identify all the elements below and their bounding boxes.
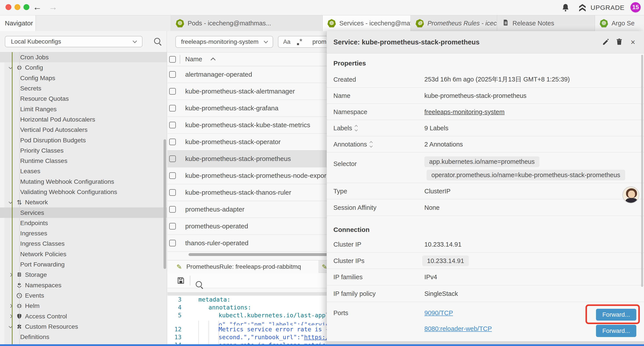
sidebar-item-limit-ranges[interactable]: Limit Ranges [0,104,167,114]
selector-chip: operator.prometheus.io/name=kube-prometh… [426,170,625,180]
sidebar-section-storage[interactable]: Storage [0,270,167,280]
sidebar-section-namespaces[interactable]: Namespaces [0,280,167,290]
sidebar-section-helm[interactable]: Helm [0,301,167,311]
code-line: annotations: [208,304,251,311]
sidebar-item-ingress-classes[interactable]: Ingress Classes [0,239,167,249]
sidebar-item-priority-classes[interactable]: Priority Classes [0,145,167,156]
sidebar-item-port-forwarding[interactable]: Port Forwarding [0,259,167,270]
sidebar-item-cron-jobs[interactable]: Cron Jobs [0,52,167,62]
drawer-scrollbar[interactable] [641,55,643,287]
avatar[interactable] [622,186,640,203]
row-checkbox[interactable] [169,172,176,179]
save-icon[interactable] [177,276,185,285]
chevron-down-icon[interactable] [9,200,12,204]
drawer-bottom-strip [327,341,644,344]
shield-icon [16,313,23,320]
sidebar-item-runtime-classes[interactable]: Runtime Classes [0,156,167,166]
kubeconfig-selector[interactable]: Local Kubeconfigs [5,36,142,47]
back-arrow-icon[interactable]: ← [33,2,42,12]
chevron-right-icon[interactable] [9,304,12,308]
row-checkbox[interactable] [169,223,176,230]
sidebar-item-horizontal-pod-autoscalers[interactable]: Horizontal Pod Autoscalers [0,114,167,125]
row-checkbox[interactable] [169,155,176,162]
kubernetes-icon: ☸ [328,19,336,27]
horizontal-scrollbar[interactable] [188,253,342,256]
expand-toggle-icon[interactable] [355,125,357,131]
row-checkbox[interactable] [169,240,176,246]
sidebar-item-services[interactable]: Services [0,207,167,218]
property-row-selector: Selector app.kubernetes.io/name=promethe… [327,152,644,183]
tab-argo[interactable]: ☸ Argo Se [595,15,644,31]
sidebar-scrollbar[interactable] [164,139,166,269]
row-checkbox[interactable] [169,88,176,95]
chevron-down-icon[interactable] [9,324,12,328]
tab-prometheus-rules[interactable]: ☸ Prometheus Rules - icecheng... [411,15,497,31]
window-titlebar: ← → UPGRADE 15 [0,0,644,15]
window-minimize-button[interactable] [14,4,20,10]
sidebar-item-ingresses[interactable]: Ingresses [0,228,167,239]
sidebar-item-secrets[interactable]: Secrets [0,83,167,93]
sidebar-search-button[interactable] [154,37,162,46]
delete-trash-icon[interactable] [615,38,623,47]
port-link-9090[interactable]: 9090/TCP [424,310,453,317]
name-column-header[interactable]: Name [185,56,202,63]
tab-navigator[interactable]: Navigator [0,15,36,31]
sidebar-item-mutating-webhook-configurations[interactable]: Mutating Webhook Configurations [0,177,167,187]
row-checkbox[interactable] [169,189,176,196]
sidebar-item-network-policies[interactable]: Network Policies [0,249,167,259]
notification-count-badge[interactable]: 15 [630,2,641,12]
sort-ascending-icon[interactable] [211,58,216,63]
expand-toggle-icon[interactable] [370,141,372,147]
port-link-8080[interactable]: 8080:reloader-web/TCP [424,325,492,333]
chevron-right-icon[interactable] [9,315,12,318]
sidebar-item-pod-disruption-budgets[interactable]: Pod Disruption Budgets [0,135,167,145]
connection-row-cluster-ip: Cluster IP 10.233.14.91 [327,236,644,253]
tab-services[interactable]: ☸ Services - icecheng@math... × [323,15,411,31]
match-case-toggle[interactable]: Aa [283,38,290,45]
sidebar-section-custom-resources[interactable]: Custom Resources [0,322,167,332]
select-all-checkbox[interactable] [169,56,176,63]
sidebar-item-leases[interactable]: Leases [0,166,167,176]
notifications-bell-icon[interactable] [561,3,570,12]
window-close-button[interactable] [6,4,12,10]
sidebar-item-endpoints[interactable]: Endpoints [0,218,167,228]
forward-arrow-icon[interactable]: → [49,2,58,12]
row-checkbox[interactable] [169,122,176,128]
namespace-selector[interactable]: freeleaps-monitoring-system [175,36,273,48]
row-checkbox[interactable] [169,105,176,111]
chevron-down-icon [264,39,268,43]
sidebar-item-definitions[interactable]: Definitions [0,332,167,342]
tab-release-notes[interactable]: Release Notes [497,15,595,31]
sidebar-section-events[interactable]: Events [0,290,167,301]
tab-pods[interactable]: ☸ Pods - icecheng@mathmas... [171,15,323,31]
database-icon [16,271,23,278]
regex-toggle[interactable]: * [297,37,302,47]
sidebar-item-resource-quotas[interactable]: Resource Quotas [0,93,167,104]
sidebar-section-config[interactable]: ⚙ Config [0,62,167,73]
sidebar-item-validating-webhook-configurations[interactable]: Validating Webhook Configurations [0,187,167,197]
row-checkbox[interactable] [169,206,176,213]
namespaces-icon [16,282,23,289]
close-icon[interactable]: × [631,38,635,47]
tabbar-spacer [36,15,171,31]
sidebar-section-access-control[interactable]: Access Control [0,311,167,321]
upgrade-button[interactable]: UPGRADE [590,4,624,11]
window-zoom-button[interactable] [24,4,29,10]
row-checkbox[interactable] [169,139,176,145]
search-icon [154,37,162,46]
sidebar-section-network[interactable]: ⇅ Network [0,197,167,207]
forward-button-8080[interactable]: Forward... [596,325,636,337]
chevron-right-icon[interactable] [9,273,12,277]
property-row-annotations: Annotations 2 Annotations [327,136,644,152]
sidebar-toolbar: Local Kubeconfigs [0,31,167,52]
editor-tab-prometheusrule[interactable]: ✎ PrometheusRule: freeleaps-prod-rabbitm… [168,260,319,273]
edit-pencil-icon[interactable] [602,38,610,47]
sidebar-item-vertical-pod-autoscalers[interactable]: Vertical Pod Autoscalers [0,125,167,135]
namespace-link[interactable]: freeleaps-monitoring-system [424,108,504,115]
chevron-down-icon[interactable] [9,65,12,69]
sidebar-item-config-maps[interactable]: Config Maps [0,73,167,83]
upgrade-chevrons-icon[interactable] [578,3,587,12]
tab-label: Prometheus Rules - icecheng... [428,20,497,27]
tab-bar: Navigator ☸ Pods - icecheng@mathmas... ☸… [0,15,644,31]
row-checkbox[interactable] [169,71,176,78]
